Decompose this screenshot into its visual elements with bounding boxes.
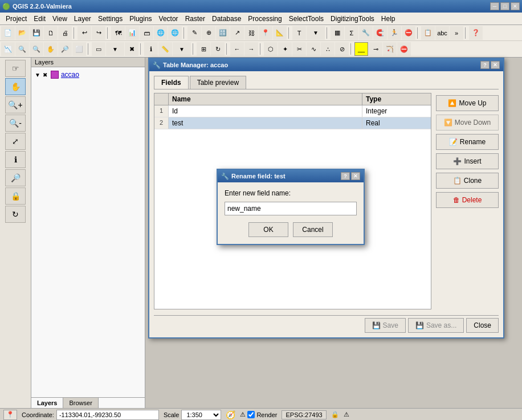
new-project-btn[interactable]: 📄 <box>1 26 15 40</box>
plugin3-btn[interactable]: 🔧 <box>359 26 373 40</box>
menu-processing[interactable]: Processing <box>244 14 285 24</box>
select-rect-btn[interactable]: ▭ <box>92 42 105 56</box>
open-btn[interactable]: 📂 <box>15 26 29 40</box>
plugin5-btn[interactable]: 🏃 <box>388 26 401 40</box>
tool4-btn[interactable]: ↗ <box>230 26 244 40</box>
scale-select[interactable]: 1:350 <box>181 410 221 420</box>
menu-help[interactable]: Help <box>378 14 399 24</box>
lock-tool[interactable]: 🔒 <box>5 187 26 205</box>
rename-cancel-button[interactable]: Cancel <box>293 222 333 237</box>
hand-tool[interactable]: ✋ <box>5 78 26 95</box>
clone-button[interactable]: 📋 Clone <box>436 173 499 189</box>
rename-field-input[interactable] <box>225 202 357 215</box>
edit3-btn[interactable]: ∿ <box>307 42 320 56</box>
edit4-btn[interactable]: ⛬ <box>321 42 335 56</box>
highlight-btn[interactable]: __ <box>354 42 368 56</box>
zoom-out-tool[interactable]: 🔍- <box>5 115 26 132</box>
zoom-all-btn[interactable]: 🔎 <box>58 42 72 56</box>
undo-btn[interactable]: ↩ <box>78 26 91 40</box>
layer-visibility-icon[interactable]: ✖ <box>43 72 47 78</box>
select3-btn[interactable]: 🏹 <box>383 42 397 56</box>
tool3-btn[interactable]: 🔠 <box>216 26 230 40</box>
pan-tool[interactable]: ☞ <box>5 60 26 77</box>
menu-database[interactable]: Database <box>209 14 244 24</box>
close-button[interactable]: ✕ <box>511 2 520 10</box>
grid-btn[interactable]: ⊞ <box>197 42 210 56</box>
table-row-1[interactable]: 1 Id Integer <box>154 105 431 117</box>
menu-plugins[interactable]: Plugins <box>126 14 155 24</box>
plugin1-btn[interactable]: ▦ <box>331 26 344 40</box>
move-up-button[interactable]: 🔼 Move Up <box>436 95 499 111</box>
measure-drop-btn[interactable]: ▼ <box>173 42 191 56</box>
rotate-btn[interactable]: ↻ <box>211 42 225 56</box>
select2-btn[interactable]: ⊸ <box>369 42 382 56</box>
pan-btn[interactable]: ✋ <box>44 42 58 56</box>
redo-btn[interactable]: ↪ <box>92 26 105 40</box>
save-button[interactable]: 💾 Save <box>365 318 406 333</box>
rename-dialog-help-btn[interactable]: ? <box>341 172 350 180</box>
layer-expand-icon[interactable]: ▼ <box>35 72 40 78</box>
tool6-btn[interactable]: 📍 <box>259 26 272 40</box>
menu-raster[interactable]: Raster <box>182 14 209 24</box>
table-manager-help-btn[interactable]: ? <box>480 61 490 69</box>
tool5-btn[interactable]: ⛓ <box>244 26 258 40</box>
rename-dialog-close-btn[interactable]: ✕ <box>351 172 360 180</box>
epsg-button[interactable]: EPSG:27493 <box>282 410 326 419</box>
select-drop-btn[interactable]: ▼ <box>106 42 124 56</box>
table-btn[interactable]: 📋 <box>421 26 435 40</box>
arrow-right-btn[interactable]: → <box>244 42 258 56</box>
menu-selecttools[interactable]: SelectTools <box>286 14 327 24</box>
arrow-left-btn[interactable]: ← <box>230 42 244 56</box>
edit1-btn[interactable]: ✦ <box>278 42 292 56</box>
identify-btn[interactable]: ℹ <box>144 42 158 56</box>
node-tool-btn[interactable]: ⬡ <box>264 42 278 56</box>
add-vector-btn[interactable]: 📊 <box>125 26 139 40</box>
refresh-tool[interactable]: ↻ <box>5 206 26 223</box>
tool7-btn[interactable]: 📐 <box>273 26 287 40</box>
zoom-out-btn[interactable]: 🔍 <box>30 42 43 56</box>
menu-digitizingtools[interactable]: DigitizingTools <box>327 14 378 24</box>
cut-btn[interactable]: ⛔ <box>397 42 411 56</box>
plugin2-btn[interactable]: Σ <box>345 26 358 40</box>
edit2-btn[interactable]: ✂ <box>292 42 306 56</box>
zoom-extent-tool[interactable]: ⤢ <box>5 133 26 150</box>
plugin4-btn[interactable]: 🧲 <box>373 26 387 40</box>
rename-button[interactable]: 📝 Rename <box>436 134 499 150</box>
tool1-btn[interactable]: ✎ <box>187 26 201 40</box>
menu-settings[interactable]: Settings <box>95 14 126 24</box>
add-raster-btn[interactable]: 🗺 <box>111 26 125 40</box>
menu-edit[interactable]: Edit <box>30 14 49 24</box>
text-btn[interactable]: T <box>292 26 306 40</box>
zoom-area-btn[interactable]: 📉 <box>1 42 15 56</box>
plugin6-btn[interactable]: ⛔ <box>402 26 415 40</box>
save-as-btn[interactable]: 🗋 <box>44 26 58 40</box>
label-btn[interactable]: abc <box>435 26 449 40</box>
rename-ok-button[interactable]: OK <box>248 222 288 237</box>
close-dialog-button[interactable]: Close <box>466 318 499 333</box>
coord-input[interactable] <box>56 410 159 420</box>
save-as-button[interactable]: 💾 Save as... <box>408 318 464 333</box>
tab-table-preview[interactable]: Table preview <box>190 76 246 89</box>
tool2-btn[interactable]: ⊕ <box>202 26 215 40</box>
menu-view[interactable]: View <box>49 14 71 24</box>
add-wfs-btn[interactable]: 🌐 <box>168 26 182 40</box>
lock-icon[interactable]: 🔒 <box>331 411 339 418</box>
edit5-btn[interactable]: ⊘ <box>335 42 349 56</box>
maximize-button[interactable]: □ <box>500 2 509 10</box>
zoom-layer-btn[interactable]: ⬜ <box>72 42 86 56</box>
table-manager-close-btn[interactable]: ✕ <box>491 61 500 69</box>
delete-button[interactable]: 🗑 Delete <box>436 192 499 208</box>
move-down-button[interactable]: 🔽 Move Down <box>436 115 499 131</box>
add-db-btn[interactable]: 🗃 <box>140 26 153 40</box>
tab-fields[interactable]: Fields <box>154 76 189 89</box>
add-wms-btn[interactable]: 🌐 <box>154 26 168 40</box>
measure-btn[interactable]: 📏 <box>158 42 172 56</box>
more-btn[interactable]: » <box>450 26 463 40</box>
menu-project[interactable]: Project <box>2 14 30 24</box>
save-btn[interactable]: 💾 <box>30 26 43 40</box>
zoom-in-btn[interactable]: 🔍 <box>15 42 29 56</box>
zoom-in-tool[interactable]: 🔍+ <box>5 96 26 113</box>
tab-browser[interactable]: Browser <box>63 398 98 408</box>
deselect-btn[interactable]: ✖ <box>125 42 138 56</box>
menu-layer[interactable]: Layer <box>71 14 95 24</box>
